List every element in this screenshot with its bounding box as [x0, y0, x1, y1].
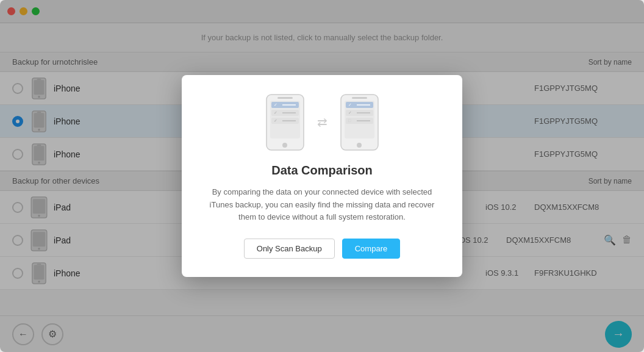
svg-point-46	[357, 143, 362, 148]
svg-text:✓: ✓	[274, 118, 277, 123]
modal-title: Data Comparison	[200, 163, 444, 178]
modal-buttons: Only Scan Backup Compare	[200, 239, 444, 259]
svg-text:✓: ✓	[274, 110, 277, 115]
modal-overlay: ✓ ✓ ✓ ⇄ ✓	[0, 0, 644, 352]
svg-rect-34	[277, 97, 293, 99]
svg-point-33	[282, 143, 287, 148]
app-window: If your backup is not listed, click to m…	[0, 0, 644, 352]
modal-description: By comparing the data on your connected …	[200, 186, 444, 224]
scan-backup-button[interactable]: Only Scan Backup	[244, 239, 335, 259]
svg-text:✓: ✓	[348, 110, 352, 115]
compare-button[interactable]: Compare	[342, 239, 400, 259]
svg-rect-47	[352, 97, 367, 99]
modal-illustration: ✓ ✓ ✓ ⇄ ✓	[200, 93, 444, 151]
device-illustration-right: ✓ ✓ □	[340, 93, 379, 151]
device-illustration-left: ✓ ✓ ✓	[265, 93, 305, 151]
data-comparison-modal: ✓ ✓ ✓ ⇄ ✓	[182, 75, 462, 277]
svg-text:✓: ✓	[274, 102, 277, 107]
svg-text:✓: ✓	[348, 102, 352, 107]
comparison-arrow: ⇄	[317, 93, 327, 151]
